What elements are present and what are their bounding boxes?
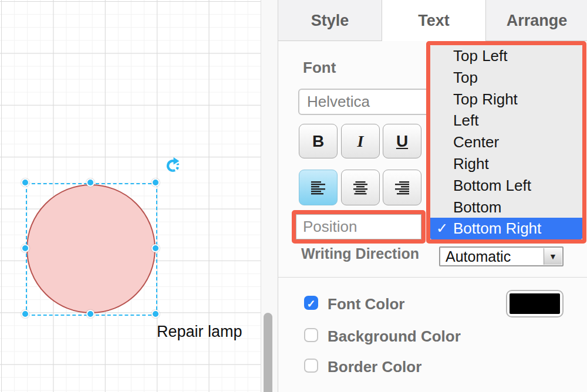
font-color-label: Font Color [328, 295, 404, 313]
border-color-checkbox[interactable] [304, 359, 318, 373]
menu-item-top-right[interactable]: Top Right [430, 89, 582, 110]
align-left-button[interactable] [299, 170, 338, 205]
menu-item-bottom-left[interactable]: Bottom Left [430, 175, 582, 197]
position-menu-annotation-box: Top Left Top Top Right Left Center Right… [426, 41, 586, 244]
resize-handle-bottom-left[interactable] [21, 310, 29, 318]
background-color-label: Background Color [328, 327, 461, 346]
format-panel: Style Text Arrange Font B I U [278, 0, 587, 392]
font-color-checkbox[interactable]: ✓ [304, 296, 318, 310]
menu-item-bottom-right-label: Bottom Right [453, 219, 541, 237]
background-color-checkbox[interactable] [304, 328, 318, 342]
tab-style[interactable]: Style [278, 0, 382, 41]
border-color-label: Border Color [328, 358, 421, 376]
menu-item-top[interactable]: Top [430, 67, 582, 89]
underline-button[interactable]: U [383, 124, 421, 158]
resize-handle-right[interactable] [151, 244, 160, 252]
italic-button[interactable]: I [341, 124, 380, 158]
align-right-icon [393, 181, 411, 195]
resize-handle-top-left[interactable] [21, 178, 29, 187]
align-right-button[interactable] [383, 170, 421, 205]
font-color-swatch-button[interactable] [506, 290, 564, 317]
menu-item-bottom-right[interactable]: ✓ Bottom Right [430, 218, 582, 239]
resize-handle-bottom-right[interactable] [151, 310, 160, 318]
align-center-button[interactable] [341, 170, 380, 205]
menu-item-center[interactable]: Center [430, 131, 582, 153]
checkmark-icon: ✓ [436, 218, 448, 239]
tab-text[interactable]: Text [382, 0, 485, 41]
section-divider [278, 277, 587, 278]
writing-direction-select[interactable]: Automatic ▼ [439, 246, 564, 266]
resize-handle-top-right[interactable] [151, 178, 160, 187]
selection-bounding-box [26, 183, 157, 316]
shape-text-label[interactable]: Repair lamp [157, 323, 242, 341]
resize-handle-top[interactable] [86, 178, 95, 187]
writing-direction-label: Writing Direction [301, 245, 419, 262]
position-select[interactable]: Position [296, 214, 421, 239]
tab-arrange[interactable]: Arrange [485, 0, 587, 41]
rotate-handle-icon[interactable] [165, 157, 181, 173]
align-center-icon [352, 181, 369, 195]
bold-button[interactable]: B [299, 124, 338, 158]
menu-item-right[interactable]: Right [430, 153, 582, 175]
font-color-swatch [510, 293, 560, 314]
position-dropdown-menu: Top Left Top Top Right Left Center Right… [430, 45, 582, 239]
menu-item-left[interactable]: Left [430, 110, 582, 131]
resize-handle-left[interactable] [21, 244, 29, 252]
drawing-canvas[interactable]: Repair lamp [0, 0, 278, 392]
align-left-icon [309, 181, 327, 195]
dropdown-arrow-icon[interactable]: ▼ [544, 248, 562, 265]
canvas-vertical-scrollbar-thumb[interactable] [264, 313, 272, 392]
menu-item-top-left[interactable]: Top Left [430, 45, 582, 67]
position-annotation-box: Position [292, 210, 426, 244]
resize-handle-bottom[interactable] [86, 310, 95, 318]
writing-direction-value: Automatic [446, 248, 511, 265]
font-section-heading: Font [303, 59, 336, 77]
menu-item-bottom[interactable]: Bottom [430, 197, 582, 218]
